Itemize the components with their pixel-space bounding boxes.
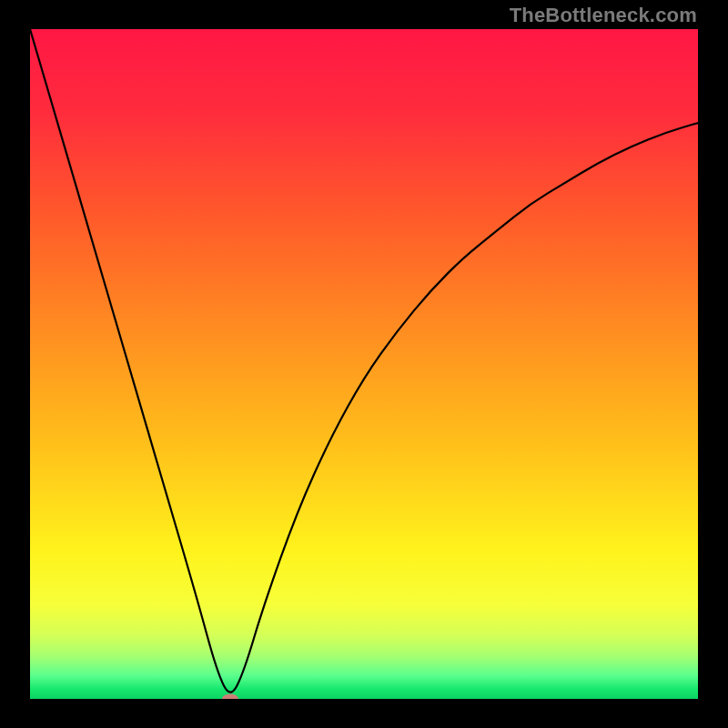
chart-frame: TheBottleneck.com — [0, 0, 728, 728]
watermark-text: TheBottleneck.com — [510, 4, 697, 27]
plot-area — [30, 29, 698, 699]
curve-layer — [30, 29, 698, 699]
minimum-marker — [222, 694, 238, 700]
bottleneck-curve — [30, 29, 698, 693]
